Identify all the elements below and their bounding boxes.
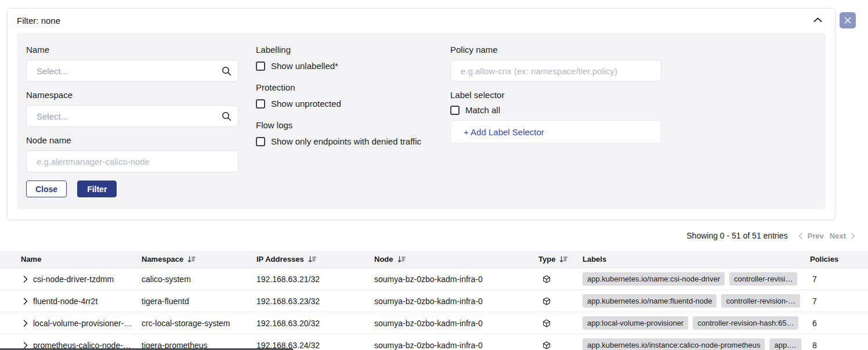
column-header-labels[interactable]: Labels	[583, 255, 810, 264]
policy-name-input[interactable]	[451, 66, 661, 76]
close-button[interactable]: Close	[26, 181, 67, 197]
sort-icon[interactable]	[308, 256, 316, 263]
show-unprotected-row: Show unprotected	[256, 99, 449, 109]
search-icon	[222, 66, 232, 76]
label-badge: app.…	[769, 338, 801, 350]
policies-count: 7	[810, 297, 868, 306]
column-header-policies[interactable]: Policies	[810, 255, 868, 264]
pod-icon	[542, 341, 551, 349]
endpoint-node: soumya-bz-0zbo-kadm-infra-0	[374, 275, 538, 284]
label-badge: app:local-volume-provisioner	[583, 316, 688, 330]
endpoints-page: Filter: none Name Namespace	[0, 0, 868, 350]
endpoint-type	[538, 275, 583, 283]
next-page-link[interactable]: Next	[827, 232, 849, 240]
flow-logs-section-label: Flow logs	[256, 120, 449, 131]
endpoint-ip-address: 192.168.63.20/32	[256, 319, 374, 328]
node-name-field-label: Node name	[26, 135, 238, 146]
chevron-up-icon	[813, 17, 822, 22]
endpoint-type	[538, 297, 583, 305]
filter-column-middle: Labelling Show unlabelled* Protection Sh…	[256, 45, 449, 158]
column-header-node[interactable]: Node	[374, 255, 538, 264]
filter-panel-title: Filter: none	[17, 16, 60, 26]
prev-chevron-icon[interactable]	[796, 233, 805, 239]
endpoint-labels: app.kubernetes.io/name:csi-node-driverco…	[583, 272, 810, 286]
column-header-label: Labels	[583, 255, 606, 264]
match-all-checkbox[interactable]	[450, 106, 460, 115]
endpoint-type	[538, 319, 583, 327]
show-unprotected-checkbox[interactable]	[256, 99, 265, 109]
column-header-name[interactable]: Name	[21, 255, 142, 264]
label-badge: app.kubernetes.io/instance:calico-node-p…	[583, 338, 765, 350]
endpoint-type	[538, 341, 583, 349]
sort-icon[interactable]	[187, 256, 196, 263]
endpoint-namespace: calico-system	[142, 275, 256, 284]
search-icon	[222, 111, 232, 121]
expand-chevron-icon[interactable]	[23, 298, 28, 305]
column-header-label: Node	[374, 255, 393, 264]
column-header-label: Name	[21, 255, 41, 264]
pod-icon	[542, 275, 551, 283]
column-header-ip[interactable]: IP Addresses	[256, 255, 374, 264]
node-name-input[interactable]	[27, 157, 238, 167]
prev-page-link[interactable]: Prev	[805, 232, 827, 240]
endpoint-labels: app.kubernetes.io/name:fluentd-nodecontr…	[583, 294, 810, 308]
protection-section-label: Protection	[256, 82, 449, 93]
table-row[interactable]: local-volume-provisioner-… crc-local-sto…	[0, 312, 868, 334]
denied-traffic-row: Show only endpoints with denied traffic	[256, 136, 449, 146]
name-select[interactable]	[26, 60, 238, 82]
table-body: csi-node-driver-tzdmm calico-system 192.…	[0, 268, 868, 350]
endpoint-name: csi-node-driver-tzdmm	[33, 275, 114, 284]
denied-traffic-label: Show only endpoints with denied traffic	[271, 136, 421, 146]
endpoint-node: soumya-bz-0zbo-kadm-infra-0	[374, 297, 538, 306]
close-icon	[844, 17, 851, 24]
node-name-field[interactable]	[26, 150, 238, 172]
endpoint-namespace: crc-local-storage-system	[142, 319, 256, 328]
collapse-panel-button[interactable]	[813, 17, 822, 22]
filter-panel-header: Filter: none	[8, 9, 835, 33]
label-badge: controller-revisi…	[729, 272, 797, 286]
pod-icon	[542, 319, 551, 327]
next-chevron-icon[interactable]	[849, 233, 858, 239]
label-badge: app.kubernetes.io/name:fluentd-node	[583, 294, 717, 308]
label-badge: controller-revision-hash:65…	[693, 316, 798, 330]
labelling-section-label: Labelling	[256, 45, 449, 55]
sort-icon[interactable]	[559, 256, 567, 263]
endpoint-labels: app:local-volume-provisionercontroller-r…	[583, 316, 810, 330]
show-unprotected-label: Show unprotected	[271, 99, 341, 109]
policy-name-field-label: Policy name	[450, 45, 661, 55]
filter-column-left: Name Namespace Node name	[26, 45, 238, 197]
namespace-select[interactable]	[26, 105, 238, 127]
endpoint-name: local-volume-provisioner-…	[33, 319, 132, 328]
show-unlabelled-checkbox[interactable]	[256, 62, 265, 71]
namespace-select-input[interactable]	[27, 111, 238, 121]
policy-name-field[interactable]	[450, 60, 661, 82]
entries-summary: Showing 0 - 51 of 51 entries	[686, 231, 787, 240]
sort-icon[interactable]	[397, 256, 406, 263]
name-select-input[interactable]	[27, 66, 238, 76]
dismiss-filter-button[interactable]	[840, 12, 856, 28]
expand-chevron-icon[interactable]	[23, 342, 28, 349]
table-row[interactable]: prometheus-calico-node-… tigera-promethe…	[0, 334, 868, 350]
filter-panel: Filter: none Name Namespace	[7, 8, 836, 220]
endpoint-node: soumya-bz-0zbo-kadm-infra-0	[374, 341, 538, 350]
column-header-type[interactable]: Type	[538, 255, 583, 264]
column-header-namespace[interactable]: Namespace	[142, 255, 256, 264]
namespace-field-label: Namespace	[26, 90, 238, 100]
endpoint-ip-address: 192.168.63.23/32	[256, 297, 374, 306]
column-header-label: IP Addresses	[256, 255, 304, 264]
column-header-label: Type	[538, 255, 555, 264]
label-badge: controller-revision-…	[721, 294, 800, 308]
filter-actions: Close Filter	[26, 181, 238, 197]
expand-chevron-icon[interactable]	[23, 276, 28, 283]
add-label-selector-button[interactable]: + Add Label Selector	[450, 120, 661, 143]
label-selector-section-label: Label selector	[450, 90, 661, 100]
endpoint-node: soumya-bz-0zbo-kadm-infra-0	[374, 319, 538, 328]
table-row[interactable]: csi-node-driver-tzdmm calico-system 192.…	[0, 268, 868, 290]
table-row[interactable]: fluentd-node-4rr2t tigera-fluentd 192.16…	[0, 290, 868, 312]
table-header-row: Name Namespace IP Addresses Node Type La…	[0, 251, 868, 268]
filter-button[interactable]: Filter	[77, 181, 117, 197]
column-header-label: Namespace	[142, 255, 183, 264]
denied-traffic-checkbox[interactable]	[256, 137, 265, 146]
expand-chevron-icon[interactable]	[23, 320, 28, 327]
show-unlabelled-label: Show unlabelled*	[271, 61, 338, 71]
